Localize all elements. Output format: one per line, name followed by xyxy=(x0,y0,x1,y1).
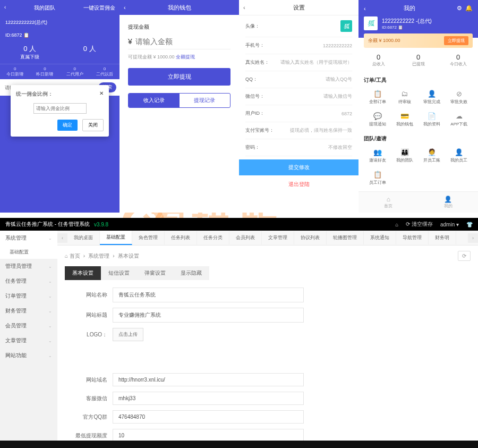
back-icon[interactable]: ‹ xyxy=(124,4,126,11)
grid-item[interactable]: 👤审批完成 xyxy=(419,86,446,108)
cancel-button[interactable]: 关闭 xyxy=(82,119,104,131)
app-title: 青狐云任务推广系统 - 任务管理系统 xyxy=(5,221,90,228)
home-icon: ⌂ xyxy=(358,196,419,203)
grid-item[interactable]: ⊘审批失败 xyxy=(446,86,473,108)
grid-item[interactable]: 💬提现通知 xyxy=(364,108,391,131)
form-row: 网站名称青狐云任务系统 xyxy=(65,288,471,302)
chevron-icon: ⌄ xyxy=(48,353,52,358)
tab[interactable]: 角色管理 xyxy=(132,231,165,244)
field-input[interactable]: http://hnorr3.xnl.icu/ xyxy=(113,373,304,386)
chevron-icon: ⌄ xyxy=(48,294,52,299)
tab[interactable]: 协议列表 xyxy=(294,231,327,244)
password-input[interactable]: 不修改留空 xyxy=(328,144,352,151)
alipay-input[interactable]: 提现必填，须与姓名保持一致 xyxy=(290,127,352,134)
clear-cache-button[interactable]: ⟳ 清空缓存 xyxy=(406,221,433,228)
grid-item[interactable]: 👥邀请好友 xyxy=(364,145,391,167)
grid-item[interactable]: ☁APP下载 xyxy=(446,108,473,131)
subtab[interactable]: 弹窗设置 xyxy=(137,266,173,280)
tabs-scroll-left[interactable]: ‹ xyxy=(57,233,67,243)
sidebar-subitem[interactable]: 基础配置 xyxy=(0,246,57,259)
tab[interactable]: 系统通知 xyxy=(364,231,396,244)
home-icon[interactable]: ⌂ xyxy=(395,222,398,227)
withdraw-now-button[interactable]: 立即提现 xyxy=(444,36,468,45)
sidebar-item[interactable]: 订单管理⌄ xyxy=(0,289,57,303)
field-input[interactable]: 476484870 xyxy=(113,410,304,424)
withdraw-button[interactable]: 立即提现 xyxy=(128,68,231,86)
wechat-input[interactable]: 请输入微信号 xyxy=(323,93,352,100)
sidebar-item[interactable]: 任务管理⌄ xyxy=(0,274,57,289)
qq-input[interactable]: 请输入QQ号 xyxy=(326,76,352,83)
sidebar-item[interactable]: 会员管理⌄ xyxy=(0,318,57,333)
gear-icon[interactable]: ⚙ xyxy=(457,5,462,12)
currency-icon: ¥ xyxy=(128,37,132,46)
submit-button[interactable]: 提交修改 xyxy=(239,159,358,175)
avatar[interactable]: 狐 xyxy=(364,16,378,30)
crumb-home[interactable]: ⌂ 首页 xyxy=(65,252,80,260)
field-label: 官方QQ群 xyxy=(65,413,107,421)
tab[interactable]: 文章管理 xyxy=(262,231,294,244)
ok-button[interactable]: 确定 xyxy=(57,120,78,131)
grid-item[interactable]: 📋全部订单 xyxy=(364,86,391,108)
tab-mine[interactable]: 👤我的 xyxy=(419,192,479,213)
user-menu[interactable]: admin ▾ xyxy=(440,222,459,227)
field-label: 网站名称 xyxy=(65,291,107,299)
grid-item[interactable]: 👤我的员工 xyxy=(446,145,473,167)
grid-item[interactable]: 📄我的资料 xyxy=(419,108,446,131)
withdraw-all-link[interactable]: 全额提现 xyxy=(176,54,195,60)
back-icon[interactable]: ‹ xyxy=(4,4,6,12)
tab[interactable]: 我的桌面 xyxy=(67,231,100,244)
crumb-a[interactable]: 系统管理 xyxy=(88,252,109,260)
upload-button[interactable]: 点击上传 xyxy=(113,328,143,341)
action-set-commission[interactable]: 一键设置佣金 xyxy=(83,4,115,12)
subtab[interactable]: 短信设置 xyxy=(101,266,137,280)
grid-item[interactable]: 📋员工订单 xyxy=(364,167,391,189)
grid-item[interactable]: 🗂待审核 xyxy=(391,86,418,108)
tab[interactable]: 任务列表 xyxy=(165,231,197,244)
field-input[interactable]: mhkj33 xyxy=(113,392,304,405)
field-input[interactable]: 青狐云任务系统 xyxy=(113,288,304,302)
field-input[interactable]: 专业赚佣推广系统 xyxy=(113,308,304,323)
tab[interactable]: 基础配置 xyxy=(100,231,132,245)
phone-settings: ‹设置 头像：狐 手机号：12222222222 真实姓名：请输入真实姓名（用于… xyxy=(239,0,358,213)
theme-icon[interactable]: 👕 xyxy=(466,222,473,227)
chevron-icon: ⌄ xyxy=(48,339,52,343)
sidebar-item[interactable]: 财务管理⌄ xyxy=(0,303,57,318)
bell-icon[interactable]: 🔔 xyxy=(465,5,473,12)
balance-label: 余额 ¥ 1000.00 xyxy=(368,37,400,44)
user-icon: 👤 xyxy=(419,196,479,203)
sidebar-item[interactable]: 管理员管理⌄ xyxy=(0,259,57,274)
grid-icon: 👤 xyxy=(419,90,446,98)
tab[interactable]: 任务分类 xyxy=(197,231,229,244)
tab[interactable]: 会员列表 xyxy=(229,231,262,244)
avatar[interactable]: 狐 xyxy=(340,20,352,32)
close-icon[interactable]: ✕ xyxy=(99,90,104,98)
field-label: 客服微信 xyxy=(65,395,107,402)
grid-item[interactable]: 🧑‍💼开员工账 xyxy=(419,145,446,167)
grid-item[interactable]: 💳我的钱包 xyxy=(391,108,418,131)
logout-button[interactable]: 退出登陆 xyxy=(239,175,358,193)
user-line2[interactable]: ID:6872 📋 xyxy=(382,25,432,30)
realname-input[interactable]: 请输入真实姓名（用于提现核对） xyxy=(280,59,352,66)
phone-value[interactable]: 12222222222 xyxy=(323,43,352,48)
tab[interactable]: 导航管理 xyxy=(396,231,429,244)
tabs-scroll-right[interactable]: › xyxy=(468,233,478,243)
user-phone: 12222222222(总代) xyxy=(0,16,120,29)
sidebar-item[interactable]: 网站功能⌄ xyxy=(0,348,57,363)
back-icon[interactable]: ‹ xyxy=(364,5,366,12)
grid-item[interactable]: 👨‍👩‍👦我的团队 xyxy=(391,145,418,167)
refresh-icon[interactable]: ⟳ xyxy=(458,251,471,261)
subtab[interactable]: 显示隐藏 xyxy=(173,266,209,280)
copy-icon[interactable]: 📋 xyxy=(23,32,29,38)
commission-input[interactable] xyxy=(33,103,87,114)
sidebar-item[interactable]: 文章管理⌄ xyxy=(0,333,57,348)
subtab[interactable]: 基本设置 xyxy=(65,266,101,280)
back-icon[interactable]: ‹ xyxy=(243,4,245,11)
tab[interactable]: 轮播图管理 xyxy=(327,231,364,244)
title: 我的 xyxy=(404,4,415,12)
tab-withdraw[interactable]: 提现记录 xyxy=(180,94,231,107)
sidebar-item[interactable]: 系统管理⌄ xyxy=(0,231,57,246)
tab-income[interactable]: 收入记录 xyxy=(129,94,180,107)
tab-home[interactable]: ⌂首页 xyxy=(358,192,419,213)
tab[interactable]: 财务明 xyxy=(429,231,456,244)
amount-input[interactable] xyxy=(135,37,231,46)
